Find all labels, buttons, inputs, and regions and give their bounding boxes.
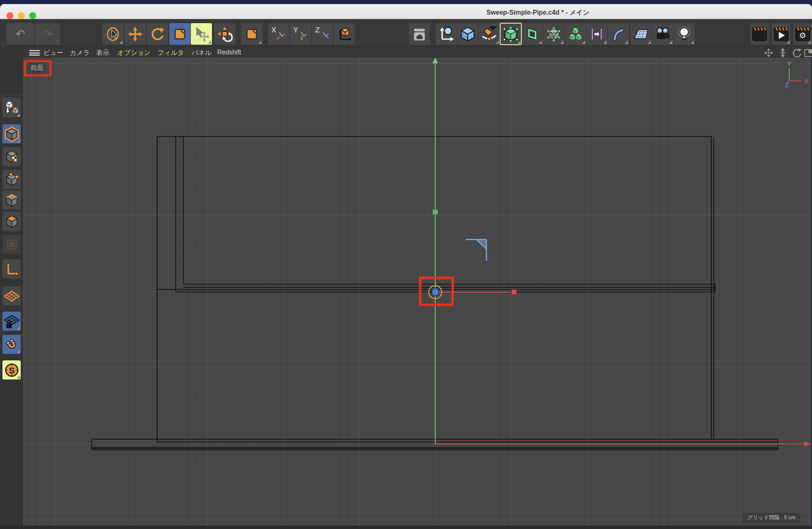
quantize-s-icon: S (4, 362, 20, 378)
primitive-cube-button[interactable] (457, 23, 478, 45)
rotate-view-icon[interactable] (792, 48, 802, 58)
make-editable-button[interactable] (2, 98, 21, 117)
simulation-icon (217, 26, 233, 42)
model-mode-button[interactable] (2, 124, 21, 143)
symmetry-icon (589, 26, 605, 42)
floor-icon (633, 26, 649, 42)
zoom-button[interactable] (29, 12, 36, 19)
scale-tool[interactable] (169, 23, 190, 45)
bend-deformer-button[interactable] (608, 23, 629, 45)
generators-button[interactable] (500, 23, 521, 45)
render-settings-gear-icon: ⚙ (794, 26, 811, 43)
coordinate-system-button[interactable] (334, 23, 355, 45)
menu-camera[interactable]: カメラ (70, 49, 90, 57)
cage-deformer-icon (546, 26, 562, 42)
menu-options[interactable]: オプション (117, 49, 151, 57)
z-axis-icon (315, 26, 330, 42)
lock-x-axis-button[interactable]: X (268, 23, 289, 45)
spline-primitives-button[interactable] (436, 23, 457, 45)
symmetry-button[interactable] (586, 23, 607, 45)
cinema4d-window: Sweep-Simple-Pipe.c4d * - メイン ↶ ↷ (0, 0, 812, 529)
window-title: Sweep-Simple-Pipe.c4d * - メイン (471, 9, 605, 17)
enable-axis-tool[interactable] (191, 23, 212, 45)
render-view-icon (411, 26, 428, 42)
scale-icon (172, 26, 188, 42)
menu-view[interactable]: ビュー (43, 49, 63, 57)
disabled-texture-icon (4, 237, 19, 252)
render-picture-viewer-button[interactable] (772, 23, 790, 45)
render-clapper-icon (751, 26, 768, 43)
menu-filter[interactable]: フィルタ (158, 49, 184, 57)
polygons-mode-button[interactable] (2, 212, 21, 231)
light-button[interactable] (674, 23, 695, 45)
lock-y-axis-button[interactable]: Y (290, 23, 311, 45)
bend-deformer-icon (610, 26, 626, 42)
workplane-icon (4, 288, 20, 304)
menu-redshift[interactable]: Redshift (217, 49, 241, 56)
texture-mode-button[interactable] (2, 147, 21, 166)
title-bar: Sweep-Simple-Pipe.c4d * - メイン (0, 4, 812, 19)
rotate-tool[interactable] (147, 23, 168, 45)
cage-deformer-button[interactable] (543, 23, 564, 45)
sweep-generator-button[interactable] (522, 23, 543, 45)
maximize-view-icon[interactable] (803, 48, 812, 58)
lock-workplane-button[interactable] (2, 312, 21, 331)
floor-button[interactable] (631, 23, 652, 45)
array-button[interactable] (565, 23, 586, 45)
camera-icon (654, 26, 671, 42)
snap-s-letter: S (9, 365, 14, 375)
light-bulb-icon (676, 26, 692, 42)
axis-mode-icon (4, 261, 19, 277)
annotation-box-view-label (24, 60, 52, 76)
sweep-icon (524, 26, 540, 42)
redo-button[interactable]: ↷ (35, 23, 60, 45)
last-used-tool[interactable] (241, 23, 262, 45)
array-cubes-icon (567, 26, 583, 42)
viewport-menu-icon[interactable] (29, 50, 40, 56)
texture-axis-disabled-button (2, 235, 21, 254)
polygons-mode-icon (4, 214, 19, 229)
annotation-box-origin (419, 277, 454, 306)
texture-mode-icon (4, 149, 19, 165)
spline-pen-button[interactable] (479, 23, 500, 45)
cube-tool-icon (244, 26, 259, 42)
quantize-snap-button[interactable]: S (2, 360, 21, 379)
mode-sidebar: S (0, 47, 23, 529)
axis-mode-button[interactable] (2, 259, 21, 278)
live-selection-tool[interactable] (102, 23, 123, 45)
move-icon (127, 26, 143, 42)
camera-button[interactable] (652, 23, 673, 45)
move-tool[interactable] (125, 23, 146, 45)
grid-spacing-status: グリッド間隔 : 5 cm (742, 513, 801, 522)
y-axis-icon (293, 26, 308, 42)
edit-render-settings-button[interactable]: ⚙ (793, 23, 812, 45)
magnet-icon (4, 337, 19, 352)
workplane-mode-button[interactable] (2, 286, 21, 306)
cube-primitive-icon (460, 26, 476, 42)
x-axis-icon (271, 26, 286, 42)
snap-magnet-button[interactable] (2, 335, 21, 354)
minimize-button[interactable] (18, 12, 25, 19)
render-view-clapper-button[interactable] (750, 23, 769, 45)
main-toolbar: ↶ ↷ (0, 19, 812, 47)
window-bottom-edge (0, 526, 812, 529)
viewport-front-view[interactable] (23, 58, 811, 526)
render-view-button[interactable] (409, 23, 430, 45)
simulation-tool[interactable] (214, 23, 235, 45)
points-mode-button[interactable] (2, 170, 21, 189)
menu-panel[interactable]: パネル (192, 49, 212, 57)
menu-display[interactable]: 表示 (96, 49, 109, 57)
spline-primitives-icon (438, 26, 454, 42)
pan-view-icon[interactable] (763, 48, 774, 58)
edges-mode-button[interactable] (2, 191, 21, 210)
make-editable-icon (4, 100, 19, 116)
undo-button[interactable]: ↶ (6, 23, 34, 45)
dolly-view-icon[interactable] (777, 48, 788, 58)
rotate-icon (150, 26, 165, 42)
model-mode-icon (4, 126, 20, 142)
coordinate-system-icon (337, 26, 352, 42)
svg-text:⚙: ⚙ (799, 31, 806, 40)
render-play-icon (773, 26, 790, 43)
lock-z-axis-button[interactable]: Z (312, 23, 333, 45)
close-button[interactable] (6, 12, 13, 19)
